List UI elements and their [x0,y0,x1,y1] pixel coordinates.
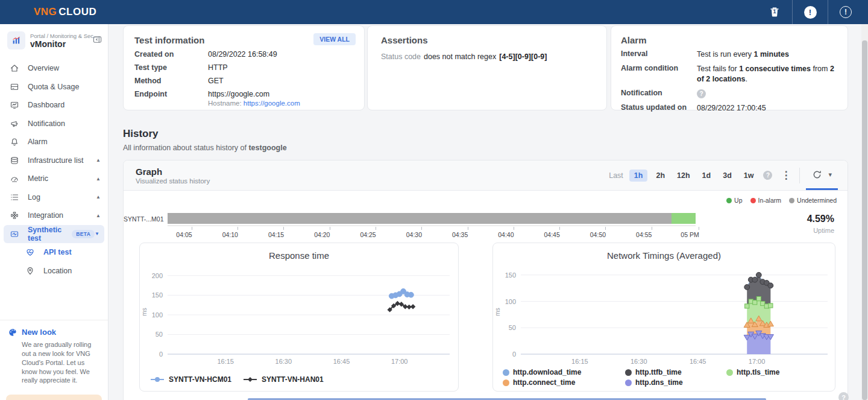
axis-tick-0420: 04:20 [322,227,338,238]
sidebar-item-infrastructure-list[interactable]: Infrastructure list▲ [0,151,108,170]
chevron-up-icon[interactable]: ▲ [96,176,101,182]
status-segment-undetermined[interactable] [168,213,671,224]
test-name: testgoogle [248,144,286,152]
sidebar-header: Portal / Monitoring & Sec... vMonitor [0,24,108,56]
svg-text:16:45: 16:45 [690,358,706,365]
breadcrumb: Portal / Monitoring & Sec... [30,33,92,39]
sidebar-item-integration[interactable]: Integration▲ [0,206,108,225]
sidebar-menu: OverviewQuota & UsageDashboardNotificati… [0,59,108,280]
info-value: GET [208,77,224,85]
alarm-condition-value: Test fails for 1 consecutive times from … [697,64,838,84]
test-info-row: MethodGET [134,77,353,85]
vng-cloud-logo[interactable]: VNGCLOUD [34,6,96,18]
legend-item-http-dns_time[interactable]: http.dns_time [625,378,715,387]
chevron-up-icon[interactable]: ▲ [96,213,101,218]
new-look-header[interactable]: New look [8,328,99,337]
sidebar-item-alarm[interactable]: Alarm [0,133,108,151]
assertion-field: Status code [381,52,421,61]
test-info-row: Created on08/29/2022 16:58:49 [134,50,353,59]
interval-value: Test is run every 1 minutes [697,49,838,60]
range-option-2h[interactable]: 2h [652,170,668,182]
range-option-1d[interactable]: 1d [699,170,715,182]
info-label: Endpoint [134,90,208,107]
sidebar-item-quota-usage[interactable]: Quota & Usage [0,78,108,97]
sidebar-item-label: Metric [28,174,48,183]
graph-help-icon[interactable]: ? [838,392,849,400]
refresh-icon [812,170,822,180]
range-option-1h[interactable]: 1h [629,170,648,182]
history-subtitle: All information about status history of … [123,144,287,152]
hostname-label: Hostname: [208,100,242,107]
axis-tick-0405: 04:05 [184,227,200,238]
svg-text:16:15: 16:15 [217,358,234,365]
refresh-control[interactable]: ▾ [806,160,838,190]
axis-tick-0430: 04:30 [414,227,430,238]
notification-help[interactable]: ? [697,89,838,99]
legend-label: SYNTT-VN-HAN01 [262,375,324,384]
legend-item-http-download_time[interactable]: http.download_time [503,368,614,376]
hostname-link[interactable]: https://google.com [244,100,300,107]
sidebar-item-metric[interactable]: Metric▲ [0,170,108,188]
axis-tick-05PM: 05 PM [690,227,708,238]
beta-badge: BETA [72,230,95,238]
legend-marker [149,376,165,383]
legend-item-syntt-vn-han01[interactable]: SYNTT-VN-HAN01 [242,375,324,384]
sidebar-item-label: Alarm [28,138,48,146]
vmonitor-logo-icon [7,31,25,49]
info-circle-icon: ! [804,6,817,19]
sidebar-item-log[interactable]: Log▲ [0,188,108,207]
dashboard-icon [10,100,19,110]
view-all-button[interactable]: VIEW ALL [313,33,356,45]
vertical-scrollbar-thumb[interactable] [862,40,867,400]
sidebar-item-label: Infrastructure list [28,156,83,165]
notice-card-stub [6,395,102,400]
legend-marker [242,376,258,383]
sidebar-item-overview[interactable]: Overview [0,59,108,78]
network-timings-title: Network Timings (Averaged) [493,250,835,261]
uptime-value: 4.59% [807,214,834,224]
network-timings-plot[interactable]: 05010015016:1516:3016:4517:00ms [493,264,836,367]
chevron-down-icon[interactable]: ▼ [95,231,99,237]
sidebar-item-location[interactable]: Location [0,262,108,281]
axis-tick-0415: 04:15 [276,227,292,238]
sidebar-collapse-icon[interactable] [93,35,102,46]
info-button[interactable]: ! [793,0,828,24]
svg-text:200: 200 [152,272,163,279]
controls-divider [799,168,800,183]
response-time-plot[interactable]: 05010015020016:1516:3016:4517:00ms [140,264,459,367]
sidebar-item-label: Log [28,193,40,202]
sidebar-item-label: Integration [28,211,63,220]
uptime-label: Uptime [813,227,834,234]
sidebar-item-dashboard[interactable]: Dashboard [0,96,108,115]
range-option-12h[interactable]: 12h [673,170,694,182]
sidebar-item-notification[interactable]: Notification [0,115,108,133]
sidebar-item-synthetic-test[interactable]: Synthetic testBETA▼ [4,225,104,244]
axis-tick-0445: 04:45 [552,227,568,238]
vertical-scrollbar-track[interactable] [861,24,868,400]
svg-text:50: 50 [509,324,516,331]
legend-label: http.connect_time [513,378,575,387]
legend-item-undetermined: Undetermined [789,197,837,204]
chevron-up-icon[interactable]: ▲ [96,157,101,163]
alert-button[interactable]: ! [828,0,863,24]
trash-button[interactable]: 1 [757,0,792,24]
logo-cloud-text: CLOUD [58,6,96,17]
kebab-menu-icon[interactable]: ⋮ [778,169,793,182]
legend-dot [726,198,732,203]
sidebar-item-api-test[interactable]: API test [0,243,108,262]
legend-item-http-ttfb_time[interactable]: http.ttfb_time [625,368,715,376]
status-history-bar[interactable] [168,213,696,224]
status-segment-up[interactable] [671,213,696,224]
info-label: Created on [134,50,208,59]
status-row-label: SYNTT-...M01 [124,214,162,224]
range-option-3d[interactable]: 3d [719,170,735,182]
test-info-row: Endpointhttps://google.comHostname: http… [134,90,353,107]
legend-item-syntt-vn-hcm01[interactable]: SYNTT-VN-HCM01 [149,375,231,384]
range-help-icon[interactable]: ? [763,171,772,180]
puzzle-icon [10,211,19,220]
range-option-1w[interactable]: 1w [740,170,758,182]
legend-item-http-connect_time[interactable]: http.connect_time [503,378,614,387]
chevron-up-icon[interactable]: ▲ [96,194,101,200]
legend-item-http-tls_time[interactable]: http.tls_time [726,368,817,376]
info-label: Test type [134,63,208,72]
